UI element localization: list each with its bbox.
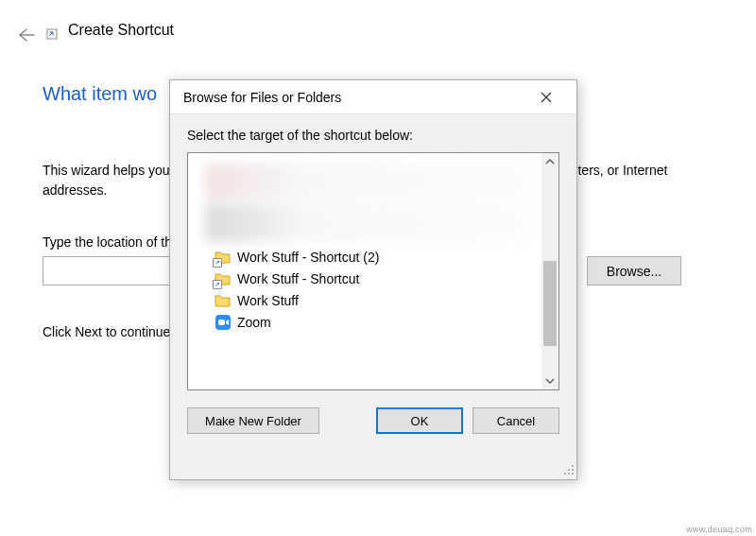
blurred-item [205, 204, 538, 242]
wizard-title: Create Shortcut [68, 22, 174, 39]
svg-point-5 [572, 469, 574, 471]
tree-item-label: Work Stuff - Shortcut [237, 271, 359, 286]
svg-point-3 [572, 465, 574, 467]
scrollbar[interactable] [541, 153, 558, 389]
folder-icon [215, 292, 232, 309]
back-arrow-icon[interactable] [17, 27, 36, 47]
tree-item-work-stuff-shortcut-2[interactable]: ↗ Work Stuff - Shortcut (2) [192, 246, 538, 268]
blurred-item [205, 163, 538, 200]
tree-item-work-stuff-shortcut[interactable]: ↗ Work Stuff - Shortcut [192, 268, 538, 289]
shortcut-window-icon [46, 27, 58, 39]
tree-item-label: Work Stuff [237, 293, 299, 308]
ok-button[interactable]: OK [376, 407, 463, 434]
dialog-button-row: Make New Folder OK Cancel [170, 390, 576, 451]
zoom-icon [215, 314, 232, 331]
next-hint: Click Next to continue. [43, 324, 174, 339]
scroll-down-icon[interactable] [541, 372, 558, 389]
svg-point-6 [564, 473, 566, 475]
make-new-folder-button[interactable]: Make New Folder [187, 407, 319, 434]
tree-item-zoom[interactable]: Zoom [192, 311, 538, 333]
svg-point-7 [568, 473, 570, 475]
wizard-heading: What item wo [43, 83, 157, 105]
dialog-title-bar[interactable]: Browse for Files or Folders [170, 80, 576, 114]
scroll-track[interactable] [541, 170, 558, 372]
svg-rect-2 [218, 320, 225, 325]
scroll-thumb[interactable] [543, 261, 557, 346]
close-button[interactable] [525, 83, 567, 112]
tree-item-label: Work Stuff - Shortcut (2) [237, 250, 379, 265]
resize-grip-icon[interactable] [561, 464, 575, 477]
cancel-button[interactable]: Cancel [472, 407, 559, 434]
folder-shortcut-icon: ↗ [215, 270, 232, 287]
tree-item-label: Zoom [237, 315, 271, 330]
dialog-title: Browse for Files or Folders [183, 90, 341, 105]
folder-tree: ↗ Work Stuff - Shortcut (2) ↗ Work Stuff… [187, 152, 559, 390]
tree-content[interactable]: ↗ Work Stuff - Shortcut (2) ↗ Work Stuff… [188, 153, 541, 389]
browse-button[interactable]: Browse... [587, 256, 681, 285]
watermark: www.deuaq.com [686, 525, 752, 534]
dialog-instruction: Select the target of the shortcut below: [170, 114, 576, 152]
browse-dialog: Browse for Files or Folders Select the t… [169, 79, 577, 480]
svg-point-4 [568, 469, 570, 471]
tree-item-work-stuff[interactable]: Work Stuff [192, 289, 538, 311]
svg-rect-0 [47, 29, 57, 39]
scroll-up-icon[interactable] [541, 153, 558, 170]
close-icon [541, 92, 552, 103]
svg-point-8 [572, 473, 574, 475]
folder-shortcut-icon: ↗ [215, 249, 232, 266]
